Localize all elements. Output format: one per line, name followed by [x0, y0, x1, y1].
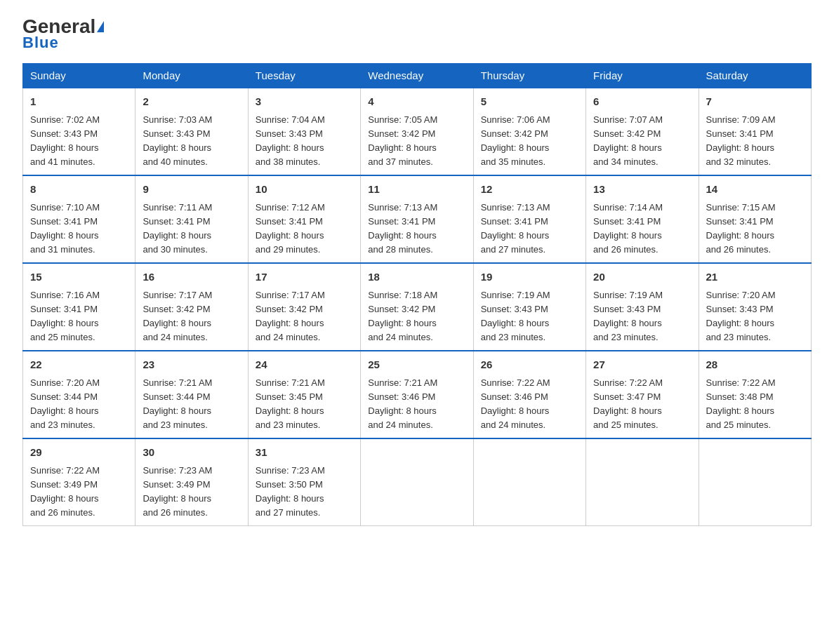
day-number: 12 [481, 182, 578, 198]
header-wednesday: Wednesday [361, 64, 473, 88]
day-info: Sunrise: 7:02 AM Sunset: 3:43 PM Dayligh… [30, 113, 128, 170]
calendar-day-cell [473, 438, 585, 526]
calendar-day-cell: 12 Sunrise: 7:13 AM Sunset: 3:41 PM Dayl… [473, 175, 585, 263]
calendar-day-cell: 10 Sunrise: 7:12 AM Sunset: 3:41 PM Dayl… [248, 175, 360, 263]
day-number: 19 [481, 269, 578, 286]
calendar-day-cell: 27 Sunrise: 7:22 AM Sunset: 3:47 PM Dayl… [586, 351, 699, 438]
day-info: Sunrise: 7:22 AM Sunset: 3:49 PM Dayligh… [30, 464, 128, 521]
page-header: General Blue [22, 17, 812, 52]
day-info: Sunrise: 7:21 AM Sunset: 3:44 PM Dayligh… [143, 376, 240, 433]
day-number: 17 [256, 269, 353, 286]
day-number: 10 [256, 182, 353, 198]
day-info: Sunrise: 7:20 AM Sunset: 3:43 PM Dayligh… [706, 288, 804, 345]
calendar-day-cell: 11 Sunrise: 7:13 AM Sunset: 3:41 PM Dayl… [361, 175, 473, 263]
day-info: Sunrise: 7:03 AM Sunset: 3:43 PM Dayligh… [143, 113, 240, 170]
day-number: 11 [368, 182, 465, 198]
header-monday: Monday [135, 64, 248, 88]
day-number: 29 [30, 445, 128, 461]
calendar-table: SundayMondayTuesdayWednesdayThursdayFrid… [22, 63, 812, 526]
header-tuesday: Tuesday [248, 64, 360, 88]
calendar-day-cell: 8 Sunrise: 7:10 AM Sunset: 3:41 PM Dayli… [23, 175, 135, 263]
day-number: 18 [368, 269, 465, 286]
calendar-day-cell: 14 Sunrise: 7:15 AM Sunset: 3:41 PM Dayl… [699, 175, 811, 263]
day-number: 31 [256, 445, 353, 461]
day-info: Sunrise: 7:11 AM Sunset: 3:41 PM Dayligh… [143, 201, 240, 257]
day-number: 5 [481, 94, 578, 110]
day-info: Sunrise: 7:09 AM Sunset: 3:41 PM Dayligh… [706, 113, 804, 170]
day-number: 9 [143, 182, 240, 198]
calendar-day-cell: 17 Sunrise: 7:17 AM Sunset: 3:42 PM Dayl… [248, 263, 360, 351]
day-info: Sunrise: 7:19 AM Sunset: 3:43 PM Dayligh… [593, 288, 691, 345]
day-info: Sunrise: 7:12 AM Sunset: 3:41 PM Dayligh… [256, 201, 353, 257]
calendar-day-cell: 29 Sunrise: 7:22 AM Sunset: 3:49 PM Dayl… [23, 438, 135, 526]
calendar-day-cell [361, 438, 473, 526]
calendar-day-cell: 13 Sunrise: 7:14 AM Sunset: 3:41 PM Dayl… [586, 175, 699, 263]
day-info: Sunrise: 7:17 AM Sunset: 3:42 PM Dayligh… [256, 288, 353, 345]
day-info: Sunrise: 7:23 AM Sunset: 3:50 PM Dayligh… [256, 464, 353, 521]
day-number: 3 [256, 94, 353, 110]
day-info: Sunrise: 7:19 AM Sunset: 3:43 PM Dayligh… [481, 288, 578, 345]
day-number: 14 [706, 182, 804, 198]
header-saturday: Saturday [699, 64, 811, 88]
calendar-day-cell: 23 Sunrise: 7:21 AM Sunset: 3:44 PM Dayl… [135, 351, 248, 438]
calendar-day-cell: 21 Sunrise: 7:20 AM Sunset: 3:43 PM Dayl… [699, 263, 811, 351]
day-info: Sunrise: 7:22 AM Sunset: 3:48 PM Dayligh… [706, 376, 804, 433]
day-number: 4 [368, 94, 465, 110]
calendar-day-cell: 5 Sunrise: 7:06 AM Sunset: 3:42 PM Dayli… [473, 88, 585, 175]
calendar-day-cell: 16 Sunrise: 7:17 AM Sunset: 3:42 PM Dayl… [135, 263, 248, 351]
day-number: 15 [30, 269, 128, 286]
day-number: 1 [30, 94, 128, 110]
day-info: Sunrise: 7:13 AM Sunset: 3:41 PM Dayligh… [368, 201, 465, 257]
day-info: Sunrise: 7:22 AM Sunset: 3:47 PM Dayligh… [593, 376, 691, 433]
day-number: 13 [593, 182, 691, 198]
day-number: 20 [593, 269, 691, 286]
day-number: 6 [593, 94, 691, 110]
day-info: Sunrise: 7:06 AM Sunset: 3:42 PM Dayligh… [481, 113, 578, 170]
day-number: 22 [30, 357, 128, 373]
calendar-day-cell: 1 Sunrise: 7:02 AM Sunset: 3:43 PM Dayli… [23, 88, 135, 175]
calendar-week-row: 22 Sunrise: 7:20 AM Sunset: 3:44 PM Dayl… [23, 351, 812, 438]
day-number: 8 [30, 182, 128, 198]
calendar-day-cell: 6 Sunrise: 7:07 AM Sunset: 3:42 PM Dayli… [586, 88, 699, 175]
calendar-day-cell: 20 Sunrise: 7:19 AM Sunset: 3:43 PM Dayl… [586, 263, 699, 351]
calendar-day-cell: 31 Sunrise: 7:23 AM Sunset: 3:50 PM Dayl… [248, 438, 360, 526]
calendar-day-cell [586, 438, 699, 526]
calendar-day-cell: 3 Sunrise: 7:04 AM Sunset: 3:43 PM Dayli… [248, 88, 360, 175]
day-number: 2 [143, 94, 240, 110]
calendar-day-cell: 19 Sunrise: 7:19 AM Sunset: 3:43 PM Dayl… [473, 263, 585, 351]
calendar-day-cell [699, 438, 811, 526]
day-info: Sunrise: 7:18 AM Sunset: 3:42 PM Dayligh… [368, 288, 465, 345]
day-number: 24 [256, 357, 353, 373]
day-number: 28 [706, 357, 804, 373]
day-info: Sunrise: 7:13 AM Sunset: 3:41 PM Dayligh… [481, 201, 578, 257]
day-info: Sunrise: 7:16 AM Sunset: 3:41 PM Dayligh… [30, 288, 128, 345]
day-info: Sunrise: 7:14 AM Sunset: 3:41 PM Dayligh… [593, 201, 691, 257]
header-friday: Friday [586, 64, 699, 88]
calendar-day-cell: 22 Sunrise: 7:20 AM Sunset: 3:44 PM Dayl… [23, 351, 135, 438]
calendar-day-cell: 26 Sunrise: 7:22 AM Sunset: 3:46 PM Dayl… [473, 351, 585, 438]
day-info: Sunrise: 7:04 AM Sunset: 3:43 PM Dayligh… [256, 113, 353, 170]
day-info: Sunrise: 7:17 AM Sunset: 3:42 PM Dayligh… [143, 288, 240, 345]
calendar-day-cell: 9 Sunrise: 7:11 AM Sunset: 3:41 PM Dayli… [135, 175, 248, 263]
day-info: Sunrise: 7:21 AM Sunset: 3:45 PM Dayligh… [256, 376, 353, 433]
header-thursday: Thursday [473, 64, 585, 88]
day-number: 21 [706, 269, 804, 286]
day-info: Sunrise: 7:23 AM Sunset: 3:49 PM Dayligh… [143, 464, 240, 521]
calendar-day-cell: 24 Sunrise: 7:21 AM Sunset: 3:45 PM Dayl… [248, 351, 360, 438]
calendar-day-cell: 18 Sunrise: 7:18 AM Sunset: 3:42 PM Dayl… [361, 263, 473, 351]
calendar-week-row: 15 Sunrise: 7:16 AM Sunset: 3:41 PM Dayl… [23, 263, 812, 351]
day-number: 27 [593, 357, 691, 373]
logo-triangle-icon [97, 21, 104, 32]
calendar-week-row: 1 Sunrise: 7:02 AM Sunset: 3:43 PM Dayli… [23, 88, 812, 175]
day-info: Sunrise: 7:15 AM Sunset: 3:41 PM Dayligh… [706, 201, 804, 257]
day-info: Sunrise: 7:20 AM Sunset: 3:44 PM Dayligh… [30, 376, 128, 433]
calendar-day-cell: 25 Sunrise: 7:21 AM Sunset: 3:46 PM Dayl… [361, 351, 473, 438]
calendar-day-cell: 30 Sunrise: 7:23 AM Sunset: 3:49 PM Dayl… [135, 438, 248, 526]
day-number: 7 [706, 94, 804, 110]
day-info: Sunrise: 7:10 AM Sunset: 3:41 PM Dayligh… [30, 201, 128, 257]
day-info: Sunrise: 7:22 AM Sunset: 3:46 PM Dayligh… [481, 376, 578, 433]
calendar-week-row: 8 Sunrise: 7:10 AM Sunset: 3:41 PM Dayli… [23, 175, 812, 263]
logo: General Blue [22, 17, 104, 52]
day-number: 26 [481, 357, 578, 373]
day-info: Sunrise: 7:07 AM Sunset: 3:42 PM Dayligh… [593, 113, 691, 170]
